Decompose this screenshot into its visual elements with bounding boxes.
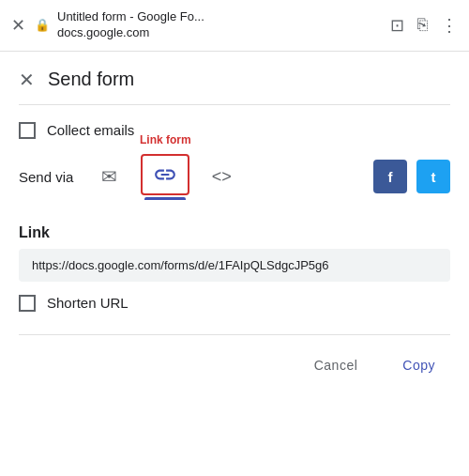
- send-via-embed-button[interactable]: <>: [203, 158, 240, 195]
- dialog-title: Send form: [48, 69, 134, 90]
- action-buttons: Cancel Copy: [19, 334, 450, 380]
- send-form-dialog: ✕ Send form Collect emails Send via ✉ Li…: [0, 52, 469, 399]
- cancel-button[interactable]: Cancel: [299, 350, 373, 380]
- collect-emails-row: Collect emails: [19, 105, 450, 150]
- link-url-display[interactable]: https://docs.google.com/forms/d/e/1FAIpQ…: [19, 249, 450, 282]
- address-bar: 🔒 Untitled form - Google Fo... docs.goog…: [35, 9, 381, 41]
- shorten-url-checkbox[interactable]: [19, 295, 36, 312]
- more-icon[interactable]: ⋮: [441, 15, 458, 36]
- code-icon: <>: [212, 167, 232, 187]
- browser-close-icon[interactable]: ✕: [11, 15, 25, 36]
- page-title: Untitled form - Google Fo...: [57, 9, 204, 25]
- collect-emails-label: Collect emails: [47, 122, 134, 138]
- lock-icon: 🔒: [35, 18, 50, 32]
- bookmark-icon[interactable]: ⊡: [390, 15, 404, 36]
- link-form-tooltip: Link form: [140, 133, 191, 146]
- dialog-close-button[interactable]: ✕: [19, 69, 35, 91]
- browser-bar: ✕ 🔒 Untitled form - Google Fo... docs.go…: [0, 0, 469, 52]
- send-via-link-wrapper: Link form: [141, 154, 189, 200]
- send-via-email-button[interactable]: ✉: [90, 158, 128, 195]
- social-icons: f t: [373, 160, 450, 193]
- dialog-header: ✕ Send form: [19, 52, 450, 105]
- link-active-indicator: [144, 197, 186, 200]
- twitter-share-button[interactable]: t: [416, 160, 450, 193]
- send-via-label: Send via: [19, 169, 73, 185]
- shorten-url-row: Shorten URL: [19, 295, 450, 334]
- page-title-group: Untitled form - Google Fo... docs.google…: [57, 9, 204, 41]
- page-url: docs.google.com: [57, 25, 204, 41]
- link-icon: [153, 162, 177, 187]
- collect-emails-checkbox[interactable]: [19, 122, 36, 139]
- shorten-url-label: Shorten URL: [47, 295, 129, 311]
- share-icon[interactable]: ⎘: [417, 15, 428, 35]
- copy-button[interactable]: Copy: [387, 350, 450, 380]
- browser-toolbar: ⊡ ⎘ ⋮: [390, 15, 458, 36]
- facebook-share-button[interactable]: f: [373, 160, 407, 193]
- link-section-title: Link: [19, 215, 450, 249]
- mail-icon: ✉: [101, 165, 117, 188]
- send-via-link-button[interactable]: [141, 154, 189, 195]
- send-via-row: Send via ✉ Link form <> f t: [19, 150, 450, 215]
